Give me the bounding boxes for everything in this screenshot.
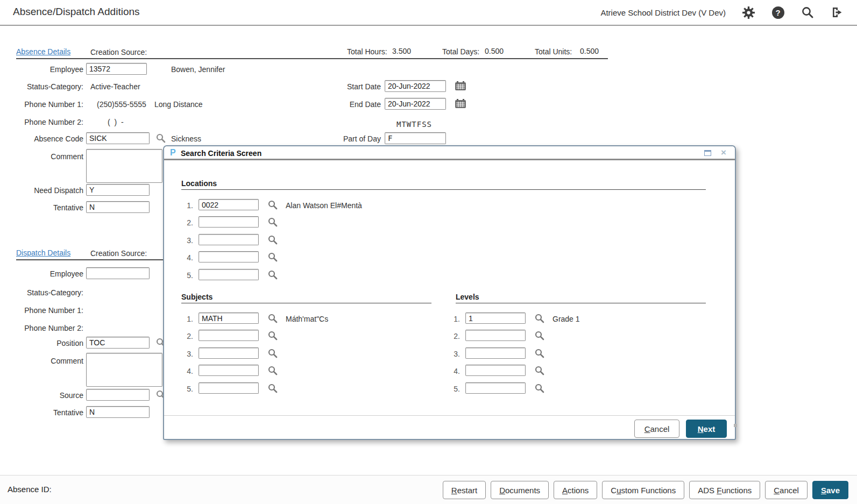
- modal-next-button[interactable]: Next: [686, 420, 727, 438]
- location-row-num: 4.: [179, 253, 193, 262]
- level-5-search-icon[interactable]: [535, 384, 544, 393]
- level-4-search-icon[interactable]: [535, 366, 544, 375]
- level-3-search-icon[interactable]: [535, 349, 544, 358]
- level-2-input[interactable]: [465, 330, 526, 341]
- subject-3-search-icon[interactable]: [268, 349, 278, 358]
- dispatch-phone1-label: Phone Number 1:: [0, 306, 83, 315]
- need-dispatch-input[interactable]: [86, 184, 150, 196]
- modal-cancel-button[interactable]: Cancel: [634, 420, 679, 438]
- subject-5-search-icon[interactable]: [268, 384, 278, 393]
- subject-5-input[interactable]: [199, 382, 259, 394]
- subject-1-input[interactable]: [199, 313, 259, 324]
- absence-comment-textarea[interactable]: [86, 149, 162, 183]
- subject-2-input[interactable]: [199, 330, 259, 341]
- levels-header: Levels: [456, 293, 479, 301]
- location-2-search-icon[interactable]: [268, 217, 278, 227]
- modal-titlebar[interactable]: P Search Criteria Screen ×: [164, 146, 735, 160]
- dispatch-creation-source-label: Creation Source:: [90, 249, 147, 258]
- part-of-day-input[interactable]: [385, 132, 446, 144]
- absence-comment-label: Comment: [0, 152, 83, 161]
- total-hours-label: Total Hours:: [347, 47, 387, 56]
- absence-code-search-icon[interactable]: [156, 133, 166, 143]
- subject-row-num: 4.: [179, 367, 193, 375]
- start-date-input[interactable]: [385, 80, 446, 92]
- level-5-input[interactable]: [465, 382, 526, 394]
- header-right-cluster: Atrieve School District Dev (V Dev) ?: [600, 0, 844, 25]
- location-row-num: 2.: [179, 218, 193, 227]
- absence-details-link[interactable]: Absence Details: [16, 47, 70, 56]
- employee-input[interactable]: [86, 63, 147, 75]
- dispatch-details-link[interactable]: Dispatch Details: [16, 249, 70, 257]
- dispatch-employee-input[interactable]: [86, 267, 150, 279]
- absence-tentative-input[interactable]: [86, 201, 150, 213]
- source-input[interactable]: [86, 389, 150, 401]
- absence-creation-source-label: Creation Source:: [90, 48, 147, 56]
- end-date-label: End Date: [301, 100, 381, 109]
- search-icon[interactable]: [801, 5, 814, 19]
- subject-4-input[interactable]: [199, 365, 259, 376]
- total-hours-value: 3.500: [392, 47, 411, 55]
- section-divider: [16, 58, 608, 59]
- level-1-input[interactable]: [465, 313, 526, 324]
- cancel-button[interactable]: Cancel: [765, 481, 808, 499]
- end-date-input[interactable]: [385, 98, 446, 110]
- level-2-search-icon[interactable]: [535, 331, 544, 340]
- close-icon[interactable]: ×: [721, 147, 726, 158]
- app-header: Absence/Dispatch Additions Atrieve Schoo…: [0, 0, 857, 26]
- modal-resize-handle[interactable]: [734, 424, 737, 427]
- dispatch-status-label: Status-Category:: [0, 288, 83, 297]
- absence-code-label: Absence Code: [0, 134, 83, 143]
- location-4-input[interactable]: [199, 251, 259, 262]
- subjects-divider: [181, 303, 431, 303]
- subject-3-input[interactable]: [199, 347, 259, 359]
- source-label: Source: [0, 391, 83, 400]
- maximize-icon[interactable]: [704, 150, 711, 156]
- location-row-num: 5.: [179, 271, 193, 280]
- location-3-search-icon[interactable]: [268, 235, 278, 245]
- location-1-search-icon[interactable]: [268, 200, 278, 210]
- restart-button[interactable]: Restart: [443, 481, 486, 499]
- location-5-search-icon[interactable]: [268, 270, 278, 280]
- location-1-desc: Alan Watson El#Mentà: [286, 201, 362, 210]
- actions-button[interactable]: Actions: [554, 481, 597, 499]
- modal-footer-divider: [164, 415, 735, 416]
- location-4-search-icon[interactable]: [268, 252, 278, 262]
- dispatch-tentative-input[interactable]: [86, 406, 150, 418]
- phone2-label: Phone Number 2:: [0, 118, 83, 126]
- status-category-label: Status-Category:: [0, 82, 83, 91]
- part-of-day-label: Part of Day: [301, 134, 381, 143]
- position-input[interactable]: [86, 337, 150, 349]
- level-3-input[interactable]: [465, 347, 526, 359]
- level-row-num: 1.: [446, 315, 460, 323]
- level-4-input[interactable]: [465, 365, 526, 376]
- app-window: Absence/Dispatch Additions Atrieve Schoo…: [0, 0, 857, 504]
- ads-functions-button[interactable]: ADS Functions: [689, 481, 760, 499]
- gear-icon[interactable]: [741, 5, 755, 19]
- absence-code-input[interactable]: [86, 132, 150, 144]
- location-3-input[interactable]: [199, 234, 259, 245]
- subject-1-search-icon[interactable]: [268, 314, 278, 323]
- location-2-input[interactable]: [199, 216, 259, 228]
- location-5-input[interactable]: [199, 269, 259, 280]
- subject-1-desc: Máth'mat"Cs: [286, 315, 328, 323]
- environment-name: Atrieve School District Dev (V Dev): [600, 8, 726, 17]
- help-icon[interactable]: ?: [771, 5, 785, 19]
- page-title: Absence/Dispatch Additions: [13, 6, 140, 18]
- start-date-calendar-icon[interactable]: [455, 81, 466, 91]
- custom-functions-button[interactable]: Custom Functions: [602, 481, 684, 499]
- signout-icon[interactable]: [830, 5, 844, 19]
- level-1-search-icon[interactable]: [535, 314, 544, 323]
- subject-4-search-icon[interactable]: [268, 366, 278, 375]
- end-date-calendar-icon[interactable]: [455, 99, 466, 109]
- levels-divider: [456, 303, 706, 303]
- subject-row-num: 3.: [179, 350, 193, 358]
- save-button[interactable]: Save: [812, 481, 848, 499]
- documents-button[interactable]: Documents: [491, 481, 549, 499]
- level-row-num: 3.: [446, 350, 460, 358]
- total-days-value: 0.500: [485, 47, 504, 55]
- total-units-value: 0.500: [580, 47, 599, 55]
- dispatch-phone2-label: Phone Number 2:: [0, 324, 83, 332]
- location-1-input[interactable]: [199, 199, 259, 210]
- subject-2-search-icon[interactable]: [268, 331, 278, 340]
- dispatch-comment-textarea[interactable]: [86, 353, 162, 387]
